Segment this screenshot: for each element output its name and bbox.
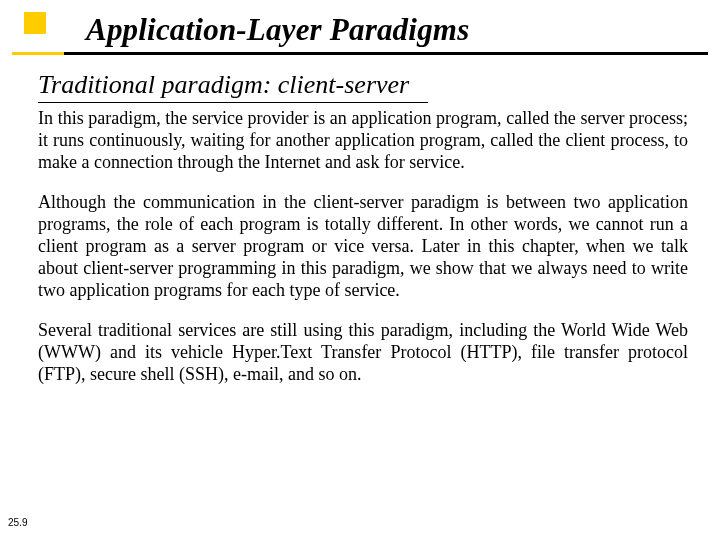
paragraph: Several traditional services are still u… bbox=[38, 320, 688, 386]
paragraph: Although the communication in the client… bbox=[38, 192, 688, 302]
slide-subtitle: Traditional paradigm: client-server bbox=[38, 70, 409, 100]
title-rule bbox=[12, 52, 708, 55]
page-number: 25.9 bbox=[8, 517, 27, 528]
paragraph: In this paradigm, the service provider i… bbox=[38, 108, 688, 174]
bullet-icon bbox=[24, 12, 46, 34]
subtitle-underline bbox=[38, 102, 428, 103]
title-rule-accent bbox=[12, 52, 64, 55]
slide: Application-Layer Paradigms Traditional … bbox=[0, 0, 720, 540]
slide-title: Application-Layer Paradigms bbox=[86, 12, 720, 48]
body-text: In this paradigm, the service provider i… bbox=[38, 108, 688, 385]
title-row: Application-Layer Paradigms bbox=[0, 12, 720, 48]
